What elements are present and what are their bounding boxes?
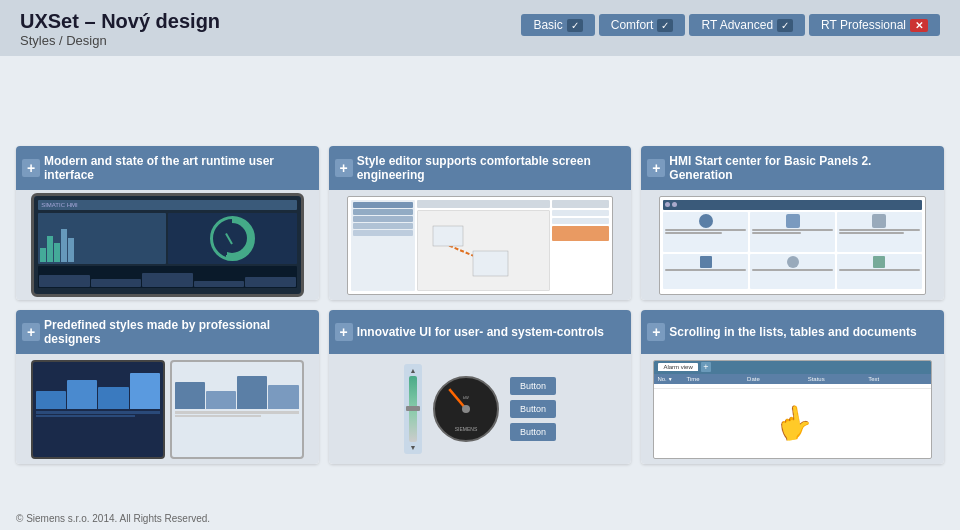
card-scrolling-plus[interactable]: + (647, 323, 665, 341)
card-hmi-start-title: HMI Start center for Basic Panels 2. Gen… (669, 154, 936, 182)
col-time: Time (686, 376, 746, 382)
card-predefined-header: + Predefined styles made by professional… (16, 310, 319, 354)
scroll-hand-icon: 👆 (770, 401, 816, 445)
tab-rt-advanced-check: ✓ (777, 19, 793, 32)
tab-basic-check: ✓ (567, 19, 583, 32)
runtime-screen-mockup: SIMATIC HMI (31, 193, 303, 298)
card-runtime-ui-plus[interactable]: + (22, 159, 40, 177)
col-date: Date (747, 376, 807, 382)
svg-text:SIEMENS: SIEMENS (455, 426, 478, 432)
card-style-editor-plus[interactable]: + (335, 159, 353, 177)
card-style-editor-image (329, 190, 632, 300)
svg-rect-1 (433, 226, 463, 246)
card-innovative-image: ▲ ▼ SIEMENS kW (329, 354, 632, 464)
tab-basic-label: Basic (533, 18, 562, 32)
tab-rt-advanced-label: RT Advanced (701, 18, 773, 32)
ui-button-3[interactable]: Button (510, 423, 556, 441)
header-title-block: UXSet – Nový design Styles / Design (20, 10, 220, 48)
card-innovative-ui: + Innovative UI for user- and system-con… (329, 310, 632, 464)
card-predefined-styles: + Predefined styles made by professional… (16, 310, 319, 464)
card-innovative-title: Innovative UI for user- and system-contr… (357, 325, 604, 339)
svg-point-4 (462, 405, 470, 413)
card-hmi-start-plus[interactable]: + (647, 159, 665, 177)
card-runtime-ui-header: + Modern and state of the art runtime us… (16, 146, 319, 190)
tab-rt-advanced[interactable]: RT Advanced ✓ (689, 14, 805, 36)
card-hmi-start: + HMI Start center for Basic Panels 2. G… (641, 146, 944, 300)
card-runtime-ui-title: Modern and state of the art runtime user… (44, 154, 311, 182)
footer-text: © Siemens s.r.o. 2014. All Rights Reserv… (16, 513, 210, 524)
tab-rt-professional[interactable]: RT Professional ✕ (809, 14, 940, 36)
svg-rect-2 (473, 251, 508, 276)
ui-button-1[interactable]: Button (510, 377, 556, 395)
card-runtime-ui: + Modern and state of the art runtime us… (16, 146, 319, 300)
card-predefined-title: Predefined styles made by professional d… (44, 318, 311, 346)
page-subtitle: Styles / Design (20, 33, 220, 48)
card-innovative-plus[interactable]: + (335, 323, 353, 341)
footer: © Siemens s.r.o. 2014. All Rights Reserv… (16, 513, 210, 524)
card-predefined-plus[interactable]: + (22, 323, 40, 341)
card-scrolling: + Scrolling in the lists, tables and doc… (641, 310, 944, 464)
cards-row-2: + Predefined styles made by professional… (16, 310, 944, 464)
page-header: UXSet – Nový design Styles / Design SIEM… (0, 0, 960, 56)
tab-comfort-label: Comfort (611, 18, 654, 32)
col-text: Text (868, 376, 928, 382)
card-hmi-start-header: + HMI Start center for Basic Panels 2. G… (641, 146, 944, 190)
tab-rt-professional-label: RT Professional (821, 18, 906, 32)
card-scrolling-title: Scrolling in the lists, tables and docum… (669, 325, 916, 339)
tab-basic[interactable]: Basic ✓ (521, 14, 594, 36)
card-style-editor-title: Style editor supports comfortable screen… (357, 154, 624, 182)
card-predefined-image (16, 354, 319, 464)
tab-comfort-check: ✓ (657, 19, 673, 32)
tab-rt-professional-close[interactable]: ✕ (910, 19, 928, 32)
col-status: Status (808, 376, 868, 382)
main-content: + Modern and state of the art runtime us… (0, 134, 960, 482)
card-scrolling-image: Alarm view + No.▼ Time Date Status Text (641, 354, 944, 464)
page-title: UXSet – Nový design (20, 10, 220, 33)
tab-comfort[interactable]: Comfort ✓ (599, 14, 686, 36)
card-scrolling-header: + Scrolling in the lists, tables and doc… (641, 310, 944, 354)
card-runtime-ui-image: SIMATIC HMI (16, 190, 319, 300)
card-style-editor-header: + Style editor supports comfortable scre… (329, 146, 632, 190)
card-style-editor: + Style editor supports comfortable scre… (329, 146, 632, 300)
add-tab-button[interactable]: + (701, 362, 711, 372)
ui-button-2[interactable]: Button (510, 400, 556, 418)
svg-text:kW: kW (463, 395, 469, 400)
tabs-bar: Basic ✓ Comfort ✓ RT Advanced ✓ RT Profe… (521, 14, 940, 36)
col-no: No.▼ (657, 376, 685, 382)
cards-row-1: + Modern and state of the art runtime us… (16, 146, 944, 300)
alarm-view-tab: Alarm view (658, 363, 697, 371)
card-hmi-start-image (641, 190, 944, 300)
card-innovative-header: + Innovative UI for user- and system-con… (329, 310, 632, 354)
